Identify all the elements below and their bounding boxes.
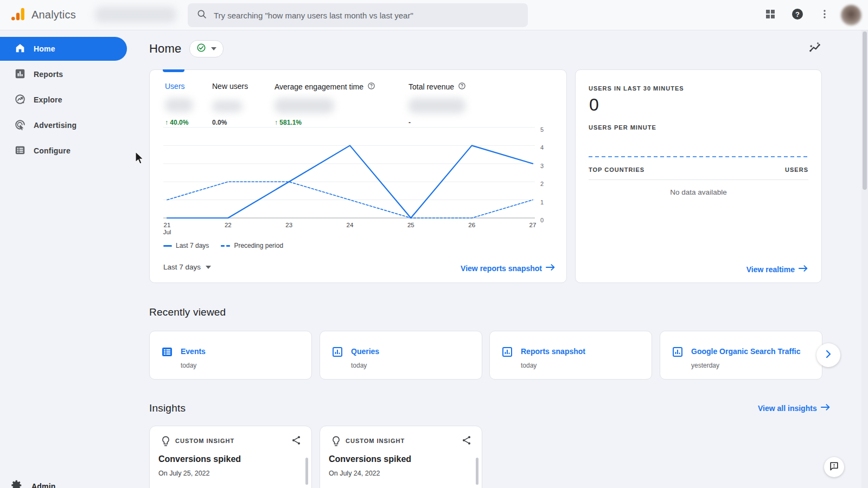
page-scrollbar-thumb[interactable] bbox=[863, 31, 867, 190]
apps-grid-button[interactable] bbox=[760, 4, 781, 26]
metric-value-blurred bbox=[275, 98, 334, 113]
feedback-button[interactable] bbox=[824, 457, 844, 477]
overflow-menu-button[interactable] bbox=[814, 4, 835, 26]
recent-card-organic-search[interactable]: Google Organic Search Traffic yesterday bbox=[660, 331, 822, 380]
search-bar[interactable] bbox=[188, 3, 528, 27]
svg-text:4: 4 bbox=[540, 144, 544, 151]
view-all-insights-link[interactable]: View all insights bbox=[758, 403, 831, 413]
help-button[interactable]: ? bbox=[787, 4, 808, 26]
insight-card[interactable]: CUSTOM INSIGHT Conversions spiked On Jul… bbox=[149, 426, 312, 488]
sidebar-item-reports[interactable]: Reports bbox=[0, 62, 127, 86]
realtime-card: USERS IN LAST 30 MINUTES 0 USERS PER MIN… bbox=[575, 69, 822, 283]
arrow-right-icon bbox=[821, 403, 831, 413]
mouse-cursor bbox=[135, 152, 145, 167]
svg-text:23: 23 bbox=[285, 222, 292, 228]
advertising-icon bbox=[14, 119, 26, 132]
users-per-minute-sparkline bbox=[589, 155, 809, 159]
view-reports-snapshot-link[interactable]: View reports snapshot bbox=[461, 264, 556, 273]
explore-icon bbox=[14, 93, 26, 107]
brand-name: Analytics bbox=[31, 9, 76, 21]
recent-card-events[interactable]: Events today bbox=[149, 331, 312, 380]
metric-new-users[interactable]: New users 0.0% bbox=[212, 82, 248, 126]
reports-icon bbox=[14, 68, 26, 81]
share-icon[interactable] bbox=[461, 435, 472, 448]
share-icon[interactable] bbox=[291, 435, 302, 448]
view-realtime-link[interactable]: View realtime bbox=[746, 265, 808, 274]
svg-text:3: 3 bbox=[540, 163, 544, 169]
analytics-logo-icon bbox=[10, 6, 26, 24]
gear-icon bbox=[11, 479, 23, 488]
avatar[interactable] bbox=[841, 5, 861, 25]
sidebar-item-configure[interactable]: Configure bbox=[0, 139, 127, 163]
insights-sparkline-icon bbox=[807, 48, 822, 57]
sidebar-item-advertising[interactable]: Advertising bbox=[0, 113, 127, 137]
metric-total-revenue[interactable]: Total revenue - bbox=[409, 82, 466, 126]
svg-text:5: 5 bbox=[540, 126, 544, 133]
three-dots-icon bbox=[820, 9, 829, 21]
svg-text:0: 0 bbox=[540, 217, 544, 223]
no-data-text: No data available bbox=[576, 188, 821, 196]
table-divider bbox=[589, 179, 808, 180]
caret-down-icon bbox=[206, 266, 211, 269]
dashed-line-swatch bbox=[221, 245, 230, 247]
users-per-minute-label: USERS PER MINUTE bbox=[589, 124, 656, 131]
svg-text:21: 21 bbox=[164, 222, 171, 228]
metric-value-blurred bbox=[409, 98, 465, 113]
card-scrollbar[interactable] bbox=[305, 458, 308, 485]
help-icon: ? bbox=[791, 8, 804, 23]
page-title: Home bbox=[149, 42, 182, 56]
search-input[interactable] bbox=[214, 11, 519, 20]
users-last-30min-value: 0 bbox=[589, 95, 599, 115]
sidebar-item-home[interactable]: Home bbox=[0, 37, 127, 61]
arrow-right-icon bbox=[799, 265, 808, 274]
metric-users[interactable]: Users ↑ 40.0% bbox=[165, 82, 193, 126]
lightbulb-icon bbox=[161, 435, 171, 450]
metric-avg-engagement-time[interactable]: Average engagement time ↑ 581.1% bbox=[275, 82, 375, 126]
chart-legend: Last 7 days Preceding period bbox=[163, 242, 283, 249]
property-status-badge[interactable] bbox=[189, 40, 224, 57]
lightbulb-icon bbox=[331, 435, 341, 450]
analytics-brand[interactable]: Analytics bbox=[0, 6, 76, 24]
recent-card-queries[interactable]: Queries today bbox=[320, 331, 482, 380]
help-circle-icon[interactable] bbox=[367, 82, 375, 92]
help-circle-icon[interactable] bbox=[458, 82, 466, 92]
date-range-selector[interactable]: Last 7 days bbox=[163, 263, 211, 271]
search-icon bbox=[196, 9, 207, 22]
card-scrollbar[interactable] bbox=[476, 458, 478, 485]
bar-chart-icon bbox=[671, 345, 684, 361]
sidebar-item-explore[interactable]: Explore bbox=[0, 88, 127, 112]
account-selector-blurred[interactable] bbox=[95, 7, 176, 23]
svg-text:27: 27 bbox=[529, 222, 537, 228]
solid-line-swatch bbox=[163, 245, 172, 247]
carousel-next-button[interactable] bbox=[816, 343, 840, 367]
insights-sparkline-button[interactable] bbox=[807, 40, 822, 57]
configure-icon bbox=[14, 144, 26, 158]
bar-chart-icon bbox=[331, 345, 344, 361]
insight-badge: CUSTOM INSIGHT bbox=[346, 438, 405, 444]
recent-card-reports-snapshot[interactable]: Reports snapshot today bbox=[489, 331, 652, 380]
svg-text:1: 1 bbox=[540, 199, 544, 206]
users-last-30min-label: USERS IN LAST 30 MINUTES bbox=[589, 85, 684, 92]
svg-text:Jul: Jul bbox=[163, 229, 171, 235]
sidebar-item-admin[interactable]: Admin bbox=[11, 479, 56, 488]
chevron-right-icon bbox=[824, 350, 833, 361]
metric-value-blurred bbox=[165, 98, 193, 112]
insight-card[interactable]: CUSTOM INSIGHT Conversions spiked On Jul… bbox=[320, 426, 482, 488]
arrow-right-icon bbox=[546, 264, 556, 273]
svg-text:24: 24 bbox=[347, 222, 354, 228]
check-circle-icon bbox=[196, 43, 206, 55]
overview-card: Users ↑ 40.0% New users 0.0% Average eng… bbox=[149, 69, 567, 283]
home-icon bbox=[14, 42, 26, 56]
metric-value-blurred bbox=[212, 100, 242, 112]
users-trend-line-chart: 01234521Jul222324252627 bbox=[161, 123, 557, 238]
insight-badge: CUSTOM INSIGHT bbox=[175, 438, 234, 444]
users-column-header: USERS bbox=[785, 166, 808, 173]
apps-grid-icon bbox=[765, 9, 776, 22]
svg-text:22: 22 bbox=[225, 222, 232, 228]
svg-text:?: ? bbox=[795, 10, 800, 18]
svg-text:25: 25 bbox=[407, 222, 414, 228]
list-icon bbox=[161, 345, 174, 361]
svg-text:26: 26 bbox=[468, 222, 475, 228]
top-app-bar: Analytics ? bbox=[0, 0, 868, 30]
recently-viewed-heading: Recently viewed bbox=[149, 306, 226, 318]
